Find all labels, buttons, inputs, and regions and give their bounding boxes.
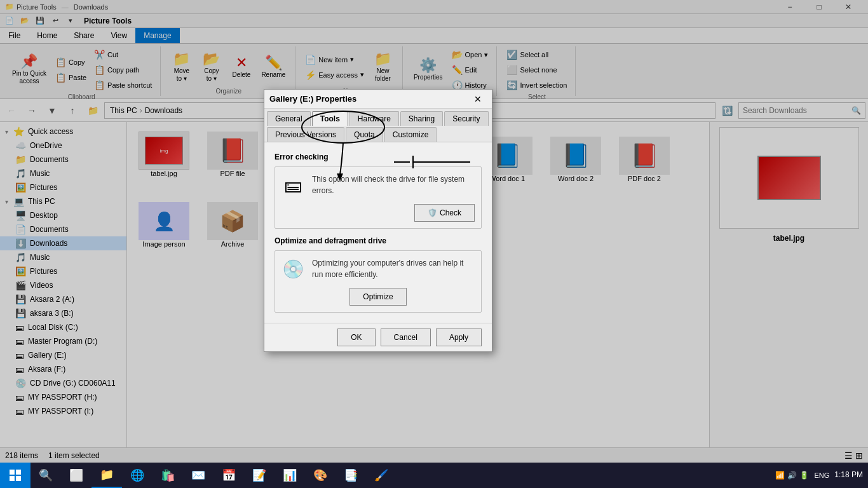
taskbar-photoshop[interactable]: 🖌️ bbox=[366, 463, 397, 488]
taskbar-taskview[interactable]: ⬜ bbox=[61, 463, 92, 488]
dialog-tab-security[interactable]: Security bbox=[444, 111, 488, 126]
dialog-tab-sharing[interactable]: Sharing bbox=[400, 111, 443, 126]
dialog-close-button[interactable]: ✕ bbox=[469, 90, 487, 108]
optimize-box: 💿 Optimizing your computer's drives can … bbox=[275, 250, 482, 313]
optimize-drive-icon: 💿 bbox=[281, 257, 304, 280]
dialog-title-text: Gallery (E:) Properties bbox=[269, 94, 469, 104]
taskbar-store[interactable]: 🛍️ bbox=[153, 463, 183, 488]
dialog-tab-prev-versions[interactable]: Previous Versions bbox=[267, 127, 344, 142]
paint-icon: 🎨 bbox=[313, 468, 327, 482]
taskbar-icons: 🔍 ⬜ 📁 🌐 🛍️ ✉️ 📅 📝 📊 🎨 📑 🖌️ bbox=[31, 463, 397, 488]
svg-rect-4 bbox=[10, 470, 15, 475]
taskbar-search[interactable]: 🔍 bbox=[31, 463, 61, 488]
optimize-label: Optimize bbox=[363, 292, 393, 301]
explorer-taskbar-icon: 📁 bbox=[100, 468, 114, 482]
mail-icon: ✉️ bbox=[191, 468, 205, 482]
dialog-footer: OK Cancel Apply bbox=[264, 323, 492, 351]
taskbar-word[interactable]: 📝 bbox=[244, 463, 275, 488]
dialog-tab-customize[interactable]: Customize bbox=[384, 127, 437, 142]
error-check-box: 🖴 This option will check the drive for f… bbox=[275, 166, 482, 229]
dialog-tab-general[interactable]: General bbox=[267, 111, 311, 126]
svg-rect-5 bbox=[16, 470, 21, 475]
taskbar-acrobat[interactable]: 📑 bbox=[336, 463, 366, 488]
keyboard-layout: ENG bbox=[814, 471, 829, 479]
error-check-text: This option will check the drive for fil… bbox=[312, 173, 475, 196]
system-tray: 📶 🔊 🔋 bbox=[775, 471, 809, 480]
clock-time: 1:18 PM bbox=[834, 470, 863, 480]
start-button[interactable] bbox=[0, 463, 31, 488]
wifi-icon: 📶 bbox=[775, 471, 785, 480]
word-taskbar-icon: 📝 bbox=[252, 468, 266, 482]
svg-rect-7 bbox=[16, 476, 21, 481]
dialog-tab-tools[interactable]: Tools bbox=[312, 111, 348, 126]
error-section-title: Error checking bbox=[275, 152, 482, 161]
acrobat-icon: 📑 bbox=[344, 468, 358, 482]
check-label: Check bbox=[440, 208, 461, 217]
error-drive-icon: 🖴 bbox=[281, 173, 304, 196]
properties-dialog: Gallery (E:) Properties ✕ General Tools … bbox=[264, 89, 492, 352]
taskbar-excel[interactable]: 📊 bbox=[275, 463, 305, 488]
dialog-tabs: General Tools Hardware Sharing Security … bbox=[264, 109, 492, 142]
check-shield-icon: 🛡️ bbox=[428, 208, 437, 217]
dialog-title-bar: Gallery (E:) Properties ✕ bbox=[264, 90, 492, 109]
taskbar-right: 📶 🔊 🔋 ENG 1:18 PM bbox=[775, 470, 868, 480]
apply-button[interactable]: Apply bbox=[436, 329, 482, 346]
taskbar-paint[interactable]: 🎨 bbox=[305, 463, 336, 488]
dialog-tab-quota[interactable]: Quota bbox=[346, 127, 383, 142]
cancel-button[interactable]: Cancel bbox=[381, 329, 431, 346]
search-taskbar-icon: 🔍 bbox=[39, 468, 53, 482]
photoshop-icon: 🖌️ bbox=[374, 468, 388, 482]
taskview-icon: ⬜ bbox=[69, 468, 83, 482]
volume-icon: 🔊 bbox=[787, 471, 797, 480]
optimize-button[interactable]: Optimize bbox=[349, 288, 406, 306]
taskbar-edge[interactable]: 🌐 bbox=[122, 463, 153, 488]
error-check-row: 🖴 This option will check the drive for f… bbox=[281, 173, 475, 196]
svg-rect-6 bbox=[10, 476, 15, 481]
check-btn-container: 🛡️ Check bbox=[281, 204, 475, 222]
battery-icon: 🔋 bbox=[799, 471, 809, 480]
taskbar-clock[interactable]: 1:18 PM bbox=[834, 470, 863, 480]
excel-icon: 📊 bbox=[283, 468, 297, 482]
calendar-icon: 📅 bbox=[222, 468, 236, 482]
windows-logo bbox=[10, 470, 21, 481]
dialog-tab-hardware[interactable]: Hardware bbox=[349, 111, 399, 126]
store-icon: 🛍️ bbox=[161, 468, 175, 482]
taskbar-calendar[interactable]: 📅 bbox=[214, 463, 244, 488]
taskbar-mail[interactable]: ✉️ bbox=[183, 463, 214, 488]
optimize-section-title: Optimize and defragment drive bbox=[275, 236, 482, 245]
taskbar-explorer[interactable]: 📁 bbox=[92, 463, 122, 488]
optimize-text: Optimizing your computer's drives can he… bbox=[312, 257, 475, 280]
taskbar: 🔍 ⬜ 📁 🌐 🛍️ ✉️ 📅 📝 📊 🎨 📑 🖌️ 📶 🔊 🔋 ENG 1:1… bbox=[0, 463, 868, 488]
edge-icon: 🌐 bbox=[130, 468, 144, 482]
optimize-btn-container: Optimize bbox=[281, 288, 475, 306]
ok-button[interactable]: OK bbox=[337, 329, 375, 346]
dialog-content: Error checking 🖴 This option will check … bbox=[264, 142, 492, 323]
optimize-row: 💿 Optimizing your computer's drives can … bbox=[281, 257, 475, 280]
check-button[interactable]: 🛡️ Check bbox=[414, 204, 475, 222]
